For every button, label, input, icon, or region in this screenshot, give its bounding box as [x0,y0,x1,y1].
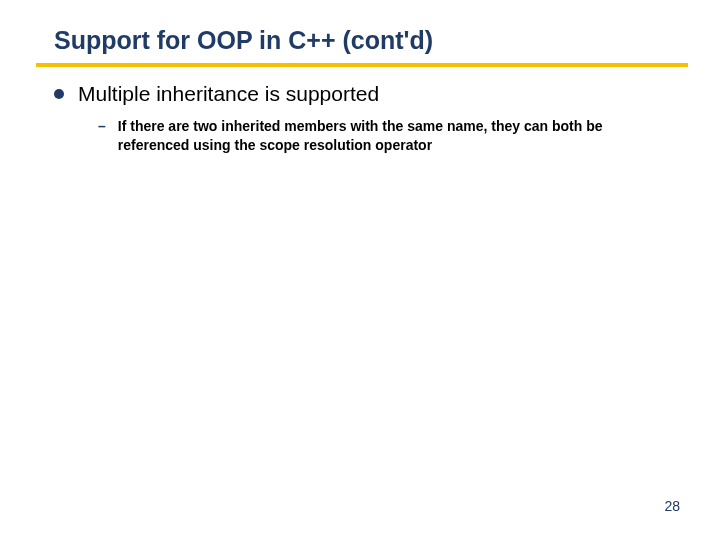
bullet-dash-icon: – [98,117,106,136]
page-title: Support for OOP in C++ (cont'd) [54,26,684,61]
slide: Support for OOP in C++ (cont'd) Multiple… [0,0,720,540]
list-item-sub: – If there are two inherited members wit… [98,117,684,155]
page-number: 28 [664,498,680,514]
bullet-disc-icon [54,89,64,99]
bullet-text: Multiple inheritance is supported [78,81,379,107]
title-underline [36,63,688,67]
sub-bullet-text: If there are two inherited members with … [118,117,678,155]
list-item: Multiple inheritance is supported [54,81,684,107]
content-area: Multiple inheritance is supported – If t… [54,81,684,155]
